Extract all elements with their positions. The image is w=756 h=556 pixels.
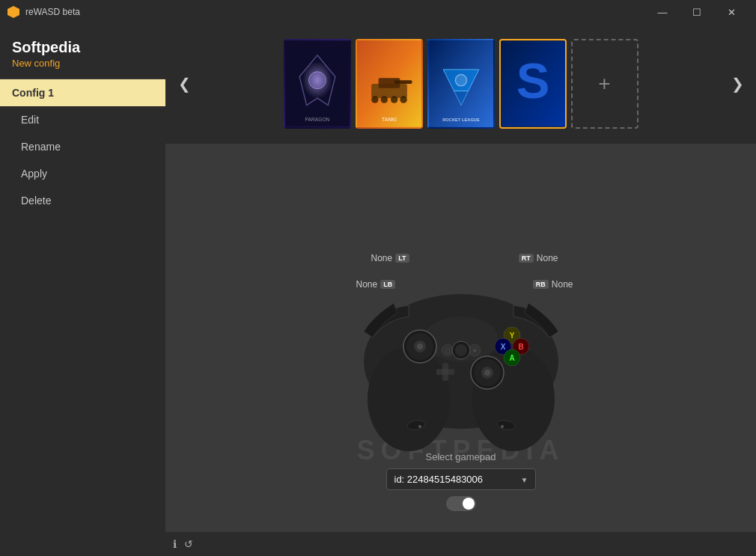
gamebar-next-button[interactable]: ❯ [726, 24, 749, 144]
svg-rect-0 [285, 41, 350, 127]
info-icon[interactable]: ℹ [173, 538, 177, 550]
svg-text:PARAGON: PARAGON [305, 117, 329, 122]
app-icon [7, 6, 19, 18]
gamebar: ❮ PARAGON [165, 24, 756, 144]
rb-none-text: None [552, 279, 573, 290]
controller-area: SOFTPEDIA None LT RT None None LB [165, 144, 756, 556]
lt-badge: LT [395, 254, 409, 263]
svg-point-10 [390, 96, 397, 103]
sidebar-app-name: Softpedia [12, 39, 153, 56]
svg-rect-32 [442, 369, 448, 375]
svg-point-9 [380, 96, 388, 103]
svg-text:⬚: ⬚ [445, 348, 450, 353]
game-thumb-inner: TANKI [357, 40, 421, 127]
game-thumb-rocket-league[interactable]: ROCKET LEAGUE [427, 39, 495, 129]
svg-rect-7 [394, 80, 412, 84]
svg-point-51 [417, 343, 423, 349]
svg-point-16 [455, 75, 466, 86]
lb-badge: LB [380, 280, 395, 289]
svg-text:S: S [516, 52, 549, 109]
close-button[interactable]: ✕ [714, 0, 749, 24]
controller-svg: Y X B A [326, 245, 596, 455]
maximize-button[interactable]: ☐ [680, 0, 714, 24]
controller-wrapper: None LT RT None None LB RB None [326, 245, 596, 455]
content-area: ❮ PARAGON [165, 24, 756, 556]
game-thumb-inner: PARAGON [285, 40, 350, 127]
add-game-icon: + [598, 72, 610, 96]
gamepad-select-wrapper: id: 22484515483006 [386, 468, 536, 490]
svg-marker-1 [299, 55, 335, 106]
svg-point-50 [501, 425, 504, 428]
menu-item-delete[interactable]: Delete [0, 187, 165, 214]
sidebar: Softpedia New config Config 1 Edit Renam… [0, 24, 165, 556]
add-game-button[interactable]: + [571, 39, 638, 129]
rt-none-text: None [537, 253, 558, 263]
gamebar-prev-button[interactable]: ❮ [173, 24, 195, 144]
menu-item-edit[interactable]: Edit [0, 106, 165, 133]
svg-point-8 [371, 96, 379, 103]
lt-label: None LT [371, 253, 409, 263]
rt-badge: RT [519, 254, 534, 263]
svg-point-44 [455, 344, 467, 356]
game-thumb-tanks[interactable]: TANKI [356, 39, 423, 129]
svg-point-21 [368, 346, 450, 451]
lb-label: None LB [356, 279, 396, 290]
game-thumb-paragon[interactable]: PARAGON [284, 39, 351, 129]
menu-item-apply[interactable]: Apply [0, 160, 165, 187]
rb-badge: RB [533, 280, 549, 289]
statusbar: ℹ ↺ [165, 532, 756, 556]
svg-text:Y: Y [509, 332, 514, 340]
svg-text:ROCKET LEAGUE: ROCKET LEAGUE [442, 117, 480, 122]
toggle-wrapper [446, 496, 476, 511]
rt-label: RT None [519, 253, 558, 263]
svg-point-11 [400, 96, 407, 103]
rb-label: RB None [533, 279, 573, 290]
app-title: reWASD beta [25, 7, 80, 17]
minimize-button[interactable]: — [645, 0, 680, 24]
game-list: PARAGON [195, 39, 726, 129]
gamepad-select[interactable]: id: 22484515483006 [386, 468, 536, 490]
svg-point-52 [484, 370, 490, 376]
svg-text:≡: ≡ [472, 348, 475, 353]
config-toggle[interactable] [446, 496, 476, 511]
select-gamepad-label: Select gamepad [426, 451, 496, 462]
titlebar-controls: — ☐ ✕ [645, 0, 749, 24]
svg-point-49 [418, 425, 421, 428]
lb-none-text: None [356, 279, 378, 290]
titlebar: reWASD beta — ☐ ✕ [0, 0, 756, 24]
sidebar-bottom [0, 406, 165, 556]
game-thumb-s[interactable]: S [499, 39, 567, 129]
refresh-icon[interactable]: ↺ [184, 538, 193, 550]
svg-text:TANKI: TANKI [382, 117, 397, 122]
main-layout: Softpedia New config Config 1 Edit Renam… [0, 24, 756, 556]
menu-item-rename[interactable]: Rename [0, 133, 165, 160]
sidebar-header: Softpedia New config [0, 24, 165, 79]
lt-none-text: None [371, 253, 393, 263]
svg-text:A: A [509, 354, 514, 362]
svg-text:X: X [500, 343, 505, 351]
config-item[interactable]: Config 1 [0, 79, 165, 106]
new-config-link[interactable]: New config [12, 58, 60, 69]
game-thumb-inner: S [501, 40, 565, 127]
svg-text:B: B [518, 343, 523, 351]
bottom-area: Select gamepad id: 22484515483006 [165, 444, 756, 526]
titlebar-left: reWASD beta [7, 6, 80, 18]
svg-point-2 [308, 72, 326, 89]
game-thumb-inner: ROCKET LEAGUE [429, 40, 493, 127]
